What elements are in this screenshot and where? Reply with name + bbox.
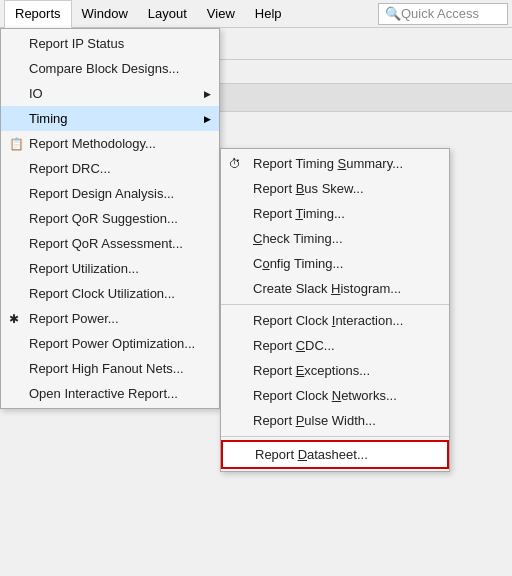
submenu-report-pulse-width[interactable]: Report Pulse Width... xyxy=(221,408,449,433)
submenu-report-clock-interaction[interactable]: Report Clock Interaction... xyxy=(221,308,449,333)
submenu-report-timing-summary[interactable]: ⏱ Report Timing Summary... xyxy=(221,151,449,176)
utilization-label: Report Utilization... xyxy=(29,261,139,276)
timing-label: Timing xyxy=(29,111,68,126)
high-fanout-label: Report High Fanout Nets... xyxy=(29,361,184,376)
design-analysis-label: Report Design Analysis... xyxy=(29,186,174,201)
menu-item-report-drc[interactable]: Report DRC... xyxy=(1,156,219,181)
menu-item-report-utilization[interactable]: Report Utilization... xyxy=(1,256,219,281)
search-icon: 🔍 xyxy=(385,6,401,21)
submenu-report-clock-networks[interactable]: Report Clock Networks... xyxy=(221,383,449,408)
quick-access-label: Quick Access xyxy=(401,6,479,21)
bus-skew-label: Report Bus Skew... xyxy=(253,181,364,196)
clock-interaction-label: Report Clock Interaction... xyxy=(253,313,403,328)
reports-dropdown: Report IP Status Compare Block Designs..… xyxy=(0,28,220,409)
menu-item-report-ip-status[interactable]: Report IP Status xyxy=(1,31,219,56)
power-icon: ✱ xyxy=(9,312,19,326)
submenu-sep-2 xyxy=(221,436,449,437)
menu-item-report-methodology[interactable]: 📋 Report Methodology... xyxy=(1,131,219,156)
timing-submenu: ⏱ Report Timing Summary... Report Bus Sk… xyxy=(220,148,450,472)
power-optimization-label: Report Power Optimization... xyxy=(29,336,195,351)
datasheet-label: Report Datasheet... xyxy=(255,447,368,462)
menu-item-report-qor-assessment[interactable]: Report QoR Assessment... xyxy=(1,231,219,256)
timing-summary-label: Report Timing Summary... xyxy=(253,156,403,171)
methodology-label: Report Methodology... xyxy=(29,136,156,151)
config-timing-label: Config Timing... xyxy=(253,256,343,271)
menu-item-report-clock-utilization[interactable]: Report Clock Utilization... xyxy=(1,281,219,306)
menu-item-compare-block[interactable]: Compare Block Designs... xyxy=(1,56,219,81)
menu-item-io[interactable]: IO xyxy=(1,81,219,106)
timing-summary-icon: ⏱ xyxy=(229,157,241,171)
report-timing-label: Report Timing... xyxy=(253,206,345,221)
menu-view[interactable]: View xyxy=(197,0,245,28)
exceptions-label: Report Exceptions... xyxy=(253,363,370,378)
menu-window[interactable]: Window xyxy=(72,0,138,28)
dropdown-container: Report IP Status Compare Block Designs..… xyxy=(0,28,220,409)
menu-item-report-power[interactable]: ✱ Report Power... xyxy=(1,306,219,331)
io-label: IO xyxy=(29,86,43,101)
submenu-report-exceptions[interactable]: Report Exceptions... xyxy=(221,358,449,383)
clock-networks-label: Report Clock Networks... xyxy=(253,388,397,403)
menu-item-report-high-fanout[interactable]: Report High Fanout Nets... xyxy=(1,356,219,381)
check-timing-label: Check Timing... xyxy=(253,231,343,246)
menu-item-timing[interactable]: Timing xyxy=(1,106,219,131)
power-label: Report Power... xyxy=(29,311,119,326)
submenu-report-bus-skew[interactable]: Report Bus Skew... xyxy=(221,176,449,201)
report-ip-status-label: Report IP Status xyxy=(29,36,124,51)
submenu-check-timing[interactable]: Check Timing... xyxy=(221,226,449,251)
clock-utilization-label: Report Clock Utilization... xyxy=(29,286,175,301)
open-interactive-label: Open Interactive Report... xyxy=(29,386,178,401)
drc-label: Report DRC... xyxy=(29,161,111,176)
qor-assessment-label: Report QoR Assessment... xyxy=(29,236,183,251)
methodology-icon: 📋 xyxy=(9,137,24,151)
submenu-report-cdc[interactable]: Report CDC... xyxy=(221,333,449,358)
submenu-report-datasheet[interactable]: Report Datasheet... xyxy=(221,440,449,469)
submenu-create-slack-histogram[interactable]: Create Slack Histogram... xyxy=(221,276,449,301)
slack-histogram-label: Create Slack Histogram... xyxy=(253,281,401,296)
submenu-report-timing[interactable]: Report Timing... xyxy=(221,201,449,226)
menu-bar: Reports Window Layout View Help 🔍 Quick … xyxy=(0,0,512,28)
menu-item-report-power-optimization[interactable]: Report Power Optimization... xyxy=(1,331,219,356)
submenu-sep-1 xyxy=(221,304,449,305)
menu-help[interactable]: Help xyxy=(245,0,292,28)
cdc-label: Report CDC... xyxy=(253,338,335,353)
quick-access-input[interactable]: 🔍 Quick Access xyxy=(378,3,508,25)
submenu-config-timing[interactable]: Config Timing... xyxy=(221,251,449,276)
compare-block-label: Compare Block Designs... xyxy=(29,61,179,76)
menu-item-open-interactive[interactable]: Open Interactive Report... xyxy=(1,381,219,406)
pulse-width-label: Report Pulse Width... xyxy=(253,413,376,428)
menu-item-report-design-analysis[interactable]: Report Design Analysis... xyxy=(1,181,219,206)
menu-layout[interactable]: Layout xyxy=(138,0,197,28)
qor-suggestion-label: Report QoR Suggestion... xyxy=(29,211,178,226)
menu-reports[interactable]: Reports xyxy=(4,0,72,28)
menu-item-report-qor-suggestion[interactable]: Report QoR Suggestion... xyxy=(1,206,219,231)
